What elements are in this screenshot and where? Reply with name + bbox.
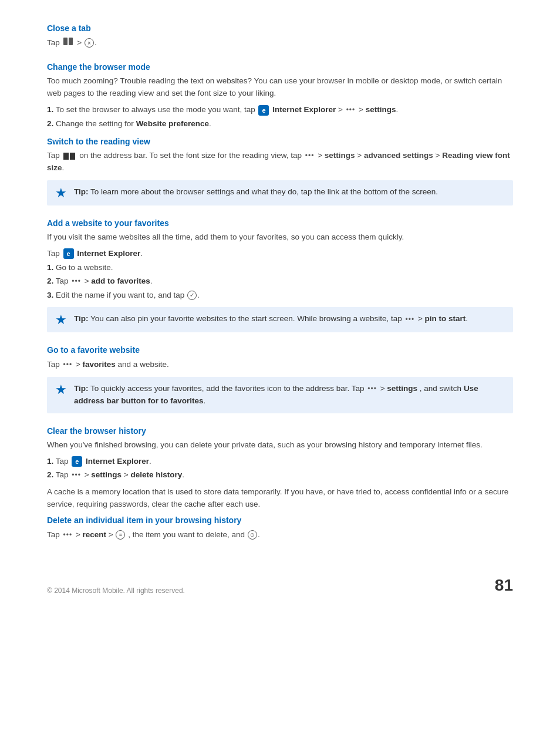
step1-app: Internet Explorer	[272, 105, 336, 114]
favorites-section: Add a website to your favorites If you v…	[47, 218, 513, 332]
change-browser-mode-title: Change the browser mode	[47, 62, 513, 72]
tip-box-1: ★ Tip: To learn more about the browser s…	[47, 180, 513, 205]
step2-mode: 2. Change the setting for Website prefer…	[47, 117, 513, 130]
rv-sep3: >	[436, 151, 443, 160]
change-browser-mode-section: Change the browser mode Too much zooming…	[47, 62, 513, 205]
tip-box-3: ★ Tip: To quickly access your favorites,…	[47, 377, 513, 413]
tip2-pin: pin to start	[425, 314, 466, 323]
tip-star-2: ★	[55, 314, 67, 326]
go-fav-bold: favorites	[83, 360, 116, 369]
change-browser-mode-body: Too much zooming? Trouble reading the te…	[47, 75, 513, 100]
fav-step1: 1. Go to a website.	[47, 261, 513, 274]
fav-tap: Tap	[47, 249, 62, 258]
go-fav-sep: >	[76, 360, 83, 369]
dots-4: •••	[406, 314, 415, 325]
svg-rect-0	[63, 38, 68, 45]
delete-individual-subsection: Delete an individual item in your browsi…	[47, 515, 513, 541]
check-circle-icon	[187, 291, 197, 300]
clear-sep1: >	[85, 470, 92, 479]
svg-rect-1	[69, 38, 73, 45]
clear-delete-history: delete history	[131, 470, 183, 479]
fav-step2-text: Tap	[56, 277, 71, 285]
go-to-favorite-title: Go to a favorite website	[47, 345, 513, 355]
favorites-title: Add a website to your favorites	[47, 218, 513, 228]
tip3-settings: settings	[387, 384, 417, 393]
close-tab-instruction: Tap > .	[47, 36, 513, 49]
clear-step2-num: 2.	[47, 470, 53, 479]
tip-star-1: ★	[55, 187, 67, 200]
step2-text: Change the setting for	[56, 119, 136, 128]
dots-6: •••	[367, 383, 377, 395]
tip3-label: Tip:	[74, 384, 89, 393]
close-tab-tap-text: Tap	[47, 38, 60, 47]
clear-history-section: Clear the browser history When you've fi…	[47, 426, 513, 541]
tip2-label: Tip:	[74, 314, 89, 323]
reading-view-tap: Tap	[47, 151, 62, 160]
clear-sep2: >	[124, 470, 131, 479]
fav-step2: 2. Tap ••• > add to favorites.	[47, 275, 513, 288]
del-recent: recent	[83, 530, 107, 539]
reading-view-body: Tap on the address bar. To set the font …	[47, 150, 513, 174]
step1-sep2: >	[359, 105, 366, 114]
reading-view-subsection: Switch to the reading view Tap on the ad…	[47, 137, 513, 174]
step2-num: 2.	[47, 119, 53, 128]
go-fav-tap: Tap	[47, 360, 62, 369]
favorites-tap-ie: Tap e Internet Explorer.	[47, 247, 513, 260]
dots-7: •••	[72, 470, 81, 481]
delete-individual-instruction: Tap ••• > recent > ≡ , the item you want…	[47, 528, 513, 541]
rv-sep1: >	[318, 151, 325, 160]
clear-settings: settings	[91, 470, 122, 479]
step2-bold: Website preference	[136, 119, 209, 128]
clear-cache-body: A cache is a memory location that is use…	[47, 486, 513, 511]
clear-history-body: When you've finished browsing, you can d…	[47, 439, 513, 451]
reading-view-title: Switch to the reading view	[47, 137, 513, 146]
clear-step1-tap: Tap	[56, 457, 71, 466]
favorites-body: If you visit the same websites all the t…	[47, 231, 513, 244]
fav-step3-num: 3.	[47, 291, 53, 299]
tip-text-3: Tip: To quickly access your favorites, a…	[74, 383, 505, 407]
clear-step2-tap: Tap	[56, 470, 71, 479]
page-footer: © 2014 Microsoft Mobile. All rights rese…	[47, 576, 513, 595]
step1-mode: 1. To set the browser to always use the …	[47, 103, 513, 116]
fav-step2-num: 2.	[47, 277, 53, 285]
ie-icon-3: e	[72, 456, 82, 467]
go-fav-instruction: Tap ••• > favorites and a website.	[47, 358, 513, 371]
del-sep1: >	[76, 530, 83, 539]
dots-8: •••	[63, 530, 73, 541]
dots-3: •••	[72, 276, 81, 287]
reading-view-mid: on the address bar. To set the font size…	[79, 151, 304, 160]
tip-star-3: ★	[55, 383, 67, 396]
fav-add: add to favorites	[91, 277, 150, 285]
clear-step1: 1. Tap e Internet Explorer.	[47, 455, 513, 468]
fav-ie-label: Internet Explorer	[77, 249, 140, 258]
item-circle-icon: ≡	[116, 530, 125, 540]
rv-sep2: >	[357, 151, 364, 160]
go-to-favorite-section: Go to a favorite website Tap ••• > favor…	[47, 345, 513, 413]
dots-1: •••	[346, 105, 356, 116]
step1-text: To set the browser to always use the mod…	[56, 105, 258, 114]
copyright-text: © 2014 Microsoft Mobile. All rights rese…	[47, 587, 185, 595]
dots-5: •••	[63, 359, 73, 370]
tip1-label: Tip:	[74, 187, 89, 196]
fav-step1-text: Go to a website.	[56, 263, 113, 272]
step1-settings: settings	[366, 105, 396, 114]
close-tab-title: Close a tab	[47, 23, 513, 33]
tip3-sep: >	[380, 384, 387, 393]
tip2-sep: >	[418, 314, 425, 323]
tip-text-1: Tip: To learn more about the browser set…	[74, 186, 438, 198]
fav-step1-num: 1.	[47, 263, 53, 272]
tip-box-2: ★ Tip: You can also pin your favorite we…	[47, 307, 513, 332]
tip-text-2: Tip: You can also pin your favorite webs…	[74, 313, 468, 325]
del-rest: , the item you want to delete, and	[128, 530, 247, 539]
fav-sep1: >	[85, 277, 92, 285]
clear-step1-app: Internet Explorer	[86, 457, 149, 466]
go-fav-rest: and a website.	[118, 360, 169, 369]
step1-num: 1.	[47, 105, 53, 114]
close-tab-section: Close a tab Tap > .	[47, 23, 513, 49]
dots-2: •••	[305, 150, 315, 161]
page-number: 81	[495, 576, 513, 595]
rv-advanced: advanced settings	[364, 151, 433, 160]
fav-step3-text: Edit the name if you want to, and tap	[56, 291, 187, 299]
ie-icon-1: e	[258, 105, 269, 116]
delete-individual-title: Delete an individual item in your browsi…	[47, 515, 513, 525]
